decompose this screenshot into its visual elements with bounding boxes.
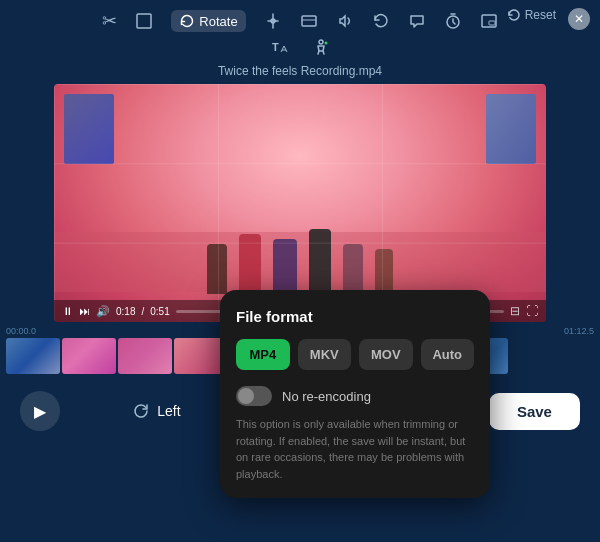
svg-text:T: T [272,41,279,53]
undo-icon[interactable] [372,12,390,30]
fullscreen-icon[interactable]: ⛶ [526,304,538,318]
total-time: 0:51 [150,306,169,317]
svg-point-10 [325,42,328,45]
file-format-popup: File format MP4 MKV MOV Auto No re-encod… [220,290,490,498]
person-motion-icon[interactable] [312,38,330,56]
view-icons: ⊟ ⛶ [510,304,538,318]
rotate-label: Rotate [199,14,237,29]
main-play-button[interactable]: ▶ [20,391,60,431]
svg-point-9 [319,40,323,44]
adjust-icon[interactable] [264,12,282,30]
play-pause-button[interactable]: ⏸ [62,305,73,317]
toolbar-row2: T [0,36,600,62]
close-button[interactable]: ✕ [568,8,590,30]
file-title: Twice the feels Recording.mp4 [0,62,600,84]
timeline-end-time: 01:12.5 [564,326,594,336]
popup-title: File format [236,308,474,325]
rotate-left-button[interactable]: Left [131,401,180,421]
thumbnail-1 [6,338,60,374]
skip-button[interactable]: ⏭ [79,305,90,317]
volume-control[interactable]: 🔊 [96,305,110,318]
pip-view-icon[interactable]: ⊟ [510,304,520,318]
svg-rect-6 [489,21,495,25]
re-encoding-toggle-row: No re-encoding [236,386,474,406]
video-player[interactable]: ⏸ ⏭ 🔊 0:18 / 0:51 ⊟ ⛶ [54,84,546,322]
format-buttons: MP4 MKV MOV Auto [236,339,474,370]
video-scene [54,84,546,322]
re-encoding-description: This option is only available when trimm… [236,416,474,482]
reset-button[interactable]: Reset [507,8,556,22]
crop-icon[interactable] [135,12,153,30]
time-separator: / [141,306,144,317]
format-mkv-button[interactable]: MKV [298,339,352,370]
svg-rect-2 [302,16,316,26]
reset-label: Reset [525,8,556,22]
thumbnail-2 [62,338,116,374]
format-mov-button[interactable]: MOV [359,339,413,370]
thumbnail-3 [118,338,172,374]
current-time: 0:18 [116,306,135,317]
timeline-start-time: 00:00.0 [6,326,36,336]
rotate-tool[interactable]: Rotate [171,10,245,32]
cut-icon[interactable]: ✂ [102,10,117,32]
left-rotate-label: Left [157,403,180,419]
re-encoding-toggle[interactable] [236,386,272,406]
pip-icon[interactable] [480,12,498,30]
speech-icon[interactable] [408,12,426,30]
timer-icon[interactable] [444,12,462,30]
format-mp4-button[interactable]: MP4 [236,339,290,370]
watermark-icon[interactable] [300,12,318,30]
text-transform-icon[interactable]: T [270,38,288,56]
save-button[interactable]: Save [489,393,580,430]
volume-icon[interactable] [336,12,354,30]
file-title-text: Twice the feels Recording.mp4 [218,64,382,78]
toggle-knob [238,388,254,404]
re-encoding-label: No re-encoding [282,389,371,404]
toolbar-row1: ✂ Rotate [0,0,600,36]
format-auto-button[interactable]: Auto [421,339,475,370]
svg-rect-0 [137,14,151,28]
